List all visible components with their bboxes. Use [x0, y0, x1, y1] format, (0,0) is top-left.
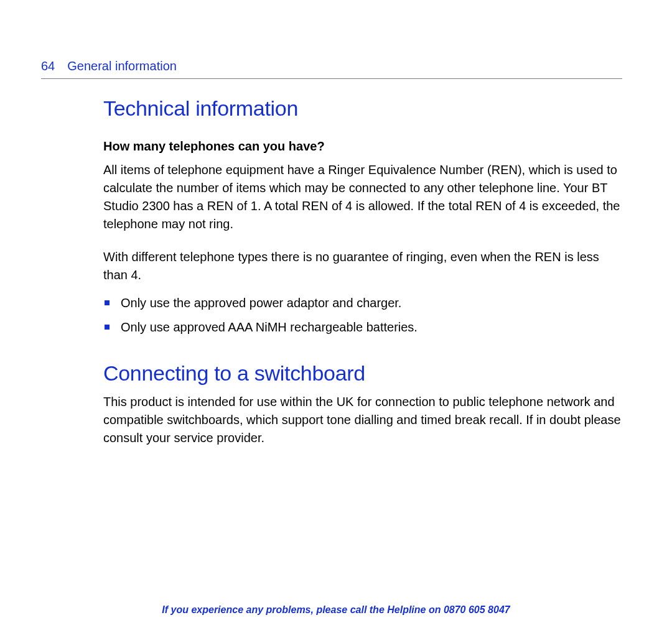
main-content: Technical information How many telephone… — [41, 96, 622, 447]
header-divider — [41, 78, 622, 79]
footer-phone: 0870 605 8047 — [444, 604, 510, 615]
section-name: General information — [67, 59, 177, 73]
page-number: 64 — [41, 59, 55, 73]
footer-text: If you experience any problems, please c… — [162, 604, 444, 615]
list-item: Only use approved AAA NiMH rechargeable … — [103, 318, 622, 336]
switchboard-heading: Connecting to a switchboard — [103, 361, 622, 386]
footer-helpline: If you experience any problems, please c… — [0, 604, 672, 616]
page-header: 64 General information — [41, 59, 622, 73]
switchboard-paragraph: This product is intended for use within … — [103, 393, 622, 447]
ren-paragraph-2: With different telephone types there is … — [103, 248, 622, 284]
technical-info-heading: Technical information — [103, 96, 622, 121]
bullet-list: Only use the approved power adaptor and … — [103, 294, 622, 336]
how-many-phones-subheading: How many telephones can you have? — [103, 139, 622, 154]
ren-paragraph-1: All items of telephone equipment have a … — [103, 161, 622, 233]
list-item: Only use the approved power adaptor and … — [103, 294, 622, 312]
